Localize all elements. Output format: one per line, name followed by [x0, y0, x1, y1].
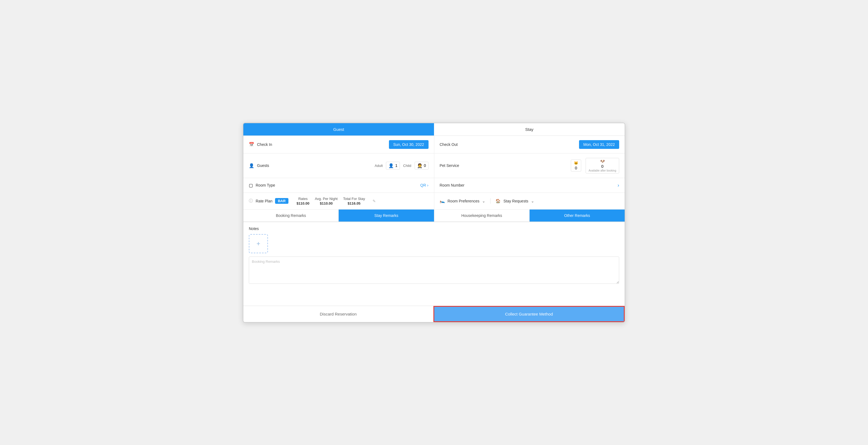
- cat-count: 0: [575, 166, 577, 170]
- room-type-link-text: QR: [420, 183, 426, 187]
- guests-label: Guests: [257, 164, 269, 168]
- home-icon: 🏠: [495, 199, 501, 204]
- booking-remarks-textarea[interactable]: [249, 257, 619, 284]
- room-type-icon: ▢: [249, 183, 253, 188]
- collect-guarantee-button[interactable]: Collect Guarantee Method: [433, 306, 625, 322]
- rate-plan-cell: ⓘ Rate Plan BAR Rates $110.00 Avg. Per N…: [243, 193, 434, 209]
- notes-section: Notes +: [243, 222, 625, 289]
- bar-badge[interactable]: BAR: [275, 198, 288, 204]
- bed-icon: 🛌: [440, 199, 445, 204]
- avg-per-night-label: Avg. Per Night: [315, 197, 338, 201]
- rate-preferences-row: ⓘ Rate Plan BAR Rates $110.00 Avg. Per N…: [243, 193, 625, 210]
- total-stay-value: $116.05: [348, 201, 361, 205]
- rates-label: Rates: [298, 197, 308, 201]
- room-type-cell: ▢ Room Type QR ›: [243, 178, 434, 192]
- cat-icon: 🐱: [574, 161, 578, 165]
- add-icon: +: [256, 240, 260, 247]
- housekeeping-remarks-tab[interactable]: Housekeeping Remarks: [434, 210, 530, 221]
- spacer-area: [243, 289, 625, 306]
- preferences-requests-cell: 🛌 Room Preferences ⌄ 🏠 Stay Requests ⌄: [434, 193, 625, 209]
- room-number-cell: Room Number ›: [434, 178, 625, 192]
- room-preferences-label: Room Preferences: [448, 199, 479, 203]
- modal-container: Guest Stay 📅 Check In Sun, Oct 30, 2022 …: [243, 123, 625, 323]
- top-tabs-container: Guest Stay: [243, 123, 625, 136]
- edit-icon[interactable]: ✎: [373, 199, 376, 203]
- avg-per-night-value: $110.00: [320, 201, 333, 205]
- room-type-link[interactable]: QR ›: [420, 183, 429, 187]
- notes-label: Notes: [249, 227, 619, 231]
- rates-info: Rates $110.00 Avg. Per Night $110.00 Tot…: [297, 197, 376, 205]
- tab-stay[interactable]: Stay: [434, 123, 625, 136]
- total-stay-label: Total For Stay: [343, 197, 365, 201]
- dog-count: 0: [601, 164, 603, 169]
- bottom-buttons: Discard Reservation Collect Guarantee Me…: [243, 306, 625, 322]
- avg-per-night-column: Avg. Per Night $110.00: [315, 197, 338, 205]
- pet-service-cell: Pet Service 🐱 0 🐶 0 Available after book…: [434, 153, 625, 178]
- rate-plan-icon: ⓘ: [249, 198, 253, 204]
- adult-icon: 👤: [389, 163, 394, 168]
- rates-column: Rates $110.00: [297, 197, 309, 205]
- checkin-checkout-row: 📅 Check In Sun, Oct 30, 2022 Check Out M…: [243, 136, 625, 153]
- calendar-icon: 📅: [249, 142, 254, 147]
- checkin-date-button[interactable]: Sun, Oct 30, 2022: [389, 140, 429, 149]
- booking-remarks-tab[interactable]: Booking Remarks: [243, 210, 339, 221]
- remarks-tabs-container: Booking Remarks Stay Remarks Housekeepin…: [243, 210, 625, 222]
- checkout-label: Check Out: [440, 142, 458, 147]
- room-number-label: Room Number: [440, 183, 465, 187]
- discard-reservation-button[interactable]: Discard Reservation: [243, 306, 433, 322]
- stay-requests-label: Stay Requests: [503, 199, 528, 203]
- pet-service-label: Pet Service: [440, 164, 459, 168]
- child-count: 0: [424, 164, 426, 168]
- main-content: 📅 Check In Sun, Oct 30, 2022 Check Out M…: [243, 136, 625, 322]
- guests-controls: Adult 👤 1 Child 🤵 0: [375, 162, 429, 170]
- chevron-right-icon: ›: [427, 183, 429, 187]
- child-icon: 🤵: [417, 163, 423, 168]
- child-count-box[interactable]: 🤵 0: [414, 162, 429, 170]
- room-type-number-row: ▢ Room Type QR › Room Number ›: [243, 178, 625, 193]
- pet-available-text: Available after booking: [589, 169, 616, 172]
- separator: [490, 198, 491, 204]
- stay-remarks-tab[interactable]: Stay Remarks: [339, 210, 434, 221]
- guests-cell: 👤 Guests Adult 👤 1 Child 🤵 0: [243, 153, 434, 178]
- adult-label: Adult: [375, 164, 383, 168]
- checkin-cell: 📅 Check In Sun, Oct 30, 2022: [243, 136, 434, 153]
- adult-count: 1: [395, 164, 397, 168]
- guests-pet-row: 👤 Guests Adult 👤 1 Child 🤵 0 Pet Serv: [243, 153, 625, 178]
- room-number-chevron[interactable]: ›: [618, 182, 619, 188]
- cat-count-box[interactable]: 🐱 0: [571, 159, 581, 172]
- checkout-date-button[interactable]: Mon, Oct 31, 2022: [579, 140, 619, 149]
- child-label: Child: [403, 164, 411, 168]
- rate-plan-label: Rate Plan: [256, 199, 272, 203]
- dog-count-box[interactable]: 🐶 0 Available after booking: [586, 158, 619, 174]
- adult-count-box[interactable]: 👤 1: [386, 162, 400, 170]
- dog-icon: 🐶: [600, 159, 605, 164]
- rates-value: $110.00: [297, 201, 309, 205]
- other-remarks-tab[interactable]: Other Remarks: [530, 210, 625, 221]
- add-image-button[interactable]: +: [249, 234, 268, 253]
- total-stay-column: Total For Stay $116.05: [343, 197, 365, 205]
- requests-dropdown-icon[interactable]: ⌄: [531, 199, 534, 203]
- checkout-cell: Check Out Mon, Oct 31, 2022: [434, 136, 625, 153]
- room-type-label: Room Type: [256, 183, 275, 187]
- tab-guest[interactable]: Guest: [243, 123, 434, 136]
- preferences-dropdown-icon[interactable]: ⌄: [482, 199, 485, 203]
- checkin-label: Check In: [257, 142, 272, 147]
- pet-controls: 🐱 0 🐶 0 Available after booking: [571, 158, 619, 174]
- person-icon: 👤: [249, 163, 254, 168]
